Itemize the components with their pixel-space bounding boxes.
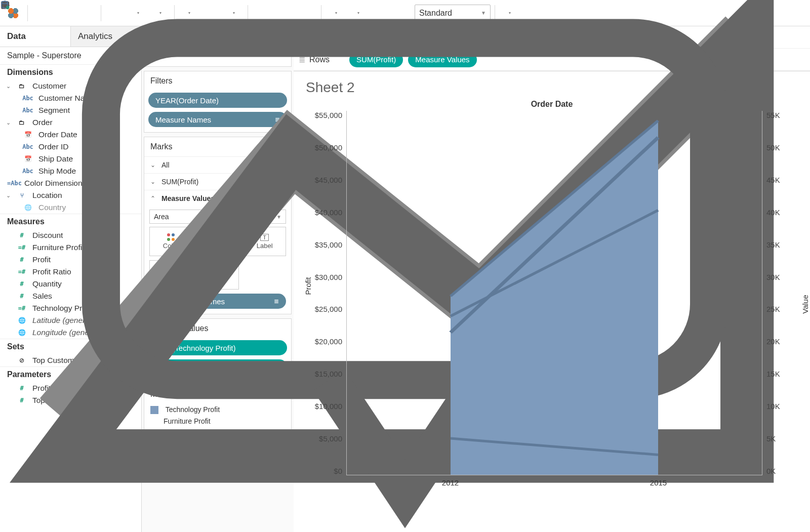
area-technology-profit — [451, 120, 658, 475]
x-axis: 2012 2015 — [346, 475, 762, 487]
viz-canvas[interactable]: Sheet 2 Order Date Profit Value $55,000$… — [294, 71, 810, 532]
marks-tooltip-button[interactable]: Tooltip — [196, 260, 239, 290]
main-viz-column: ⦙⦙⦙Columns ⊞ YEAR(Order Date) ≣Rows SUM(… — [294, 26, 810, 532]
y-right-label: Value — [801, 295, 809, 313]
x-axis-title: Order Date — [306, 100, 798, 109]
y-axis-right: 55K50K 45K40K 35K30K 25K20K 15K10K 5K0K — [762, 111, 798, 475]
marks-card: Marks ⌄ All ⌄ SUM(Profit) ⌃ Measure Valu… — [144, 137, 292, 314]
sheet-title[interactable]: Sheet 2 — [306, 79, 798, 96]
plot-area[interactable] — [346, 111, 762, 475]
y-left-label: Profit — [304, 277, 312, 295]
cards-column: Pages Filters YEAR(Order Date) Measure N… — [142, 26, 294, 532]
